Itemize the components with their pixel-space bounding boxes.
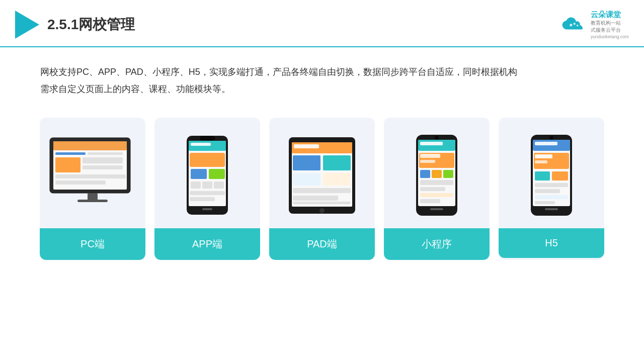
app-phone-mockup-icon	[185, 134, 230, 217]
mini-phone-mockup-icon	[414, 134, 459, 217]
card-pc-label: PC端	[40, 228, 145, 260]
svg-rect-61	[535, 142, 557, 145]
svg-rect-27	[190, 197, 215, 201]
svg-rect-53	[420, 187, 445, 191]
cards-container: PC端	[0, 108, 644, 275]
svg-rect-40	[293, 202, 351, 204]
card-mini-label: 小程序	[384, 228, 490, 260]
card-pad: PAD端	[269, 118, 375, 260]
svg-rect-49	[420, 170, 430, 178]
brand-logo: 云朵课堂 教育机构一站 式服务云平台 yunduoketang.com	[560, 9, 629, 40]
svg-rect-71	[545, 208, 558, 210]
card-app-label: APP端	[154, 228, 260, 260]
svg-rect-9	[83, 157, 123, 163]
svg-rect-38	[293, 188, 351, 193]
svg-rect-34	[293, 155, 320, 170]
svg-rect-19	[191, 143, 211, 146]
svg-rect-39	[293, 196, 338, 201]
card-mini-image	[384, 118, 490, 228]
h5-phone-mockup-icon	[529, 134, 574, 217]
svg-rect-24	[202, 182, 212, 189]
svg-rect-51	[443, 170, 453, 178]
svg-rect-67	[535, 183, 568, 187]
svg-rect-64	[535, 160, 547, 163]
svg-rect-23	[191, 182, 201, 189]
svg-rect-5	[53, 141, 127, 150]
svg-rect-7	[88, 152, 123, 155]
svg-rect-65	[535, 171, 550, 180]
svg-rect-11	[55, 174, 126, 178]
svg-point-2	[577, 25, 578, 26]
card-h5: H5	[499, 118, 604, 260]
description-line1: 网校支持PC、APP、PAD、小程序、H5，实现多端打通，产品各终端自由切换，数…	[40, 63, 604, 80]
svg-point-31	[319, 208, 325, 213]
description-block: 网校支持PC、APP、PAD、小程序、H5，实现多端打通，产品各终端自由切换，数…	[0, 47, 644, 108]
card-mini: 小程序	[384, 118, 490, 260]
svg-rect-28	[202, 208, 212, 210]
header-left: 2.5.1网校管理	[15, 11, 135, 39]
pc-mockup-icon	[47, 135, 138, 216]
svg-rect-13	[88, 193, 98, 201]
card-pc: PC端	[40, 118, 145, 260]
svg-rect-50	[432, 170, 442, 178]
svg-rect-35	[323, 155, 351, 170]
svg-rect-55	[420, 199, 440, 203]
page-title: 2.5.1网校管理	[47, 15, 135, 34]
card-pad-label: PAD端	[269, 228, 375, 260]
svg-rect-21	[191, 169, 207, 179]
brand-text: 云朵课堂 教育机构一站 式服务云平台 yunduoketang.com	[591, 9, 629, 40]
svg-rect-69	[535, 195, 568, 199]
svg-rect-17	[200, 136, 215, 141]
description-line2: 需求自定义页面上的内容、课程、功能模块等。	[40, 80, 604, 98]
card-app-image	[154, 118, 260, 228]
svg-rect-52	[420, 180, 453, 185]
card-pc-image	[40, 118, 145, 228]
svg-rect-68	[535, 189, 560, 193]
svg-rect-22	[209, 169, 225, 179]
svg-rect-48	[420, 160, 435, 163]
svg-point-0	[570, 24, 572, 26]
svg-rect-37	[323, 173, 351, 186]
card-h5-image	[499, 118, 604, 228]
svg-rect-47	[420, 154, 440, 158]
card-h5-label: H5	[499, 228, 604, 258]
svg-rect-36	[293, 173, 320, 186]
svg-rect-6	[55, 152, 86, 155]
card-app: APP端	[154, 118, 260, 260]
page-header: 2.5.1网校管理 云朵课堂 教育机构一站 式服务云平台 yunduoketan…	[0, 0, 644, 47]
svg-point-43	[435, 136, 439, 140]
svg-rect-63	[535, 154, 552, 158]
svg-point-1	[574, 23, 576, 25]
svg-rect-56	[430, 208, 443, 210]
svg-rect-12	[55, 180, 106, 185]
svg-point-59	[549, 136, 553, 140]
svg-rect-33	[294, 144, 319, 148]
svg-rect-45	[420, 142, 443, 145]
svg-rect-70	[535, 201, 555, 204]
cloud-icon	[560, 16, 587, 34]
svg-rect-20	[190, 153, 225, 167]
svg-rect-54	[420, 193, 453, 197]
pad-tablet-mockup-icon	[287, 135, 357, 216]
svg-rect-14	[77, 200, 108, 202]
svg-rect-10	[83, 165, 123, 169]
svg-rect-8	[55, 157, 80, 172]
svg-rect-26	[190, 191, 225, 195]
logo-triangle-icon	[15, 11, 39, 39]
card-pad-image	[269, 118, 375, 228]
svg-rect-25	[214, 182, 224, 189]
svg-rect-66	[552, 171, 568, 180]
